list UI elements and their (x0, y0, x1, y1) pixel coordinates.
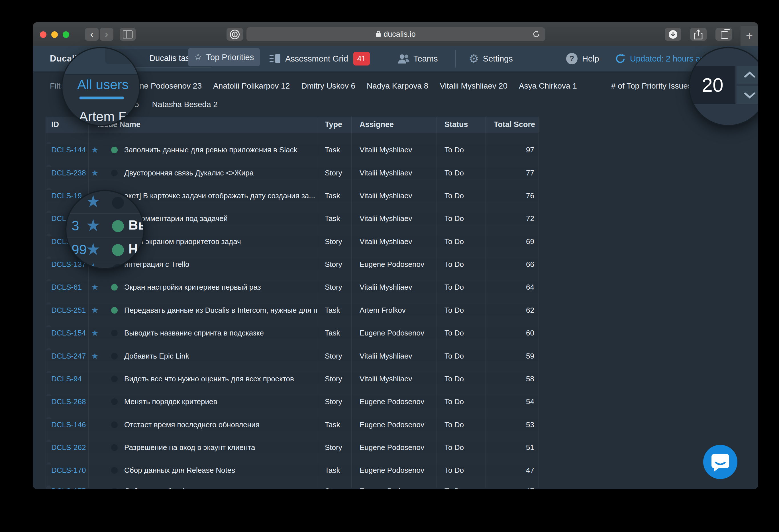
table-row[interactable]: DCLS-146Отстает время последнего обновле… (46, 419, 539, 430)
issue-name[interactable]: Передавать данные из Ducalis в Intercom,… (124, 306, 317, 315)
issue-total-score: 69 (490, 237, 534, 246)
help-button[interactable]: ? Help (566, 46, 599, 71)
issue-name[interactable]: Сбор данных для Release Notes (124, 466, 235, 475)
downloads-button[interactable] (665, 28, 681, 41)
password-extension-button[interactable] (227, 28, 243, 41)
issue-status: To Do (444, 397, 464, 406)
priority-star-icon[interactable]: ★ (91, 145, 99, 155)
issue-assignee: Eugene Podosenov (360, 260, 424, 269)
count-decrement-button[interactable] (736, 86, 758, 104)
issue-id-link[interactable]: DCLS-146 (51, 420, 86, 429)
issue-id-link[interactable]: DCLS-262 (51, 443, 86, 452)
issue-name[interactable]: Менять порядок критериев (124, 397, 217, 406)
user-filter-tab[interactable]: Vitalii Myshliaev 20 (440, 81, 507, 90)
issue-name[interactable]: Видеть все что нужно оценить для всех пр… (124, 375, 294, 383)
issue-id-link[interactable]: DCLS-251 (51, 306, 86, 315)
col-type[interactable]: Type (325, 120, 342, 129)
tab-settings[interactable]: ⚙ Settings (469, 46, 513, 71)
estimation-dot-icon (111, 147, 118, 153)
assessment-grid-icon (269, 53, 281, 64)
issue-name[interactable]: Добавить Epic Link (124, 352, 189, 360)
address-bar[interactable]: ducalis.io (246, 27, 545, 41)
reload-button[interactable] (532, 30, 541, 39)
user-filter-tab[interactable]: Natasha Beseda 2 (152, 100, 218, 109)
sidebar-toggle-button[interactable] (120, 28, 136, 41)
priority-star-icon[interactable]: ★ (91, 282, 99, 292)
download-icon (668, 29, 678, 39)
issue-name[interactable]: акет] В карточке задачи отображать дату … (124, 191, 315, 200)
table-row[interactable]: DCLS-175Добавление jira-фильтра по ссылк… (46, 485, 52, 489)
issue-name[interactable]: Выводить название спринта в подсказке (124, 329, 264, 337)
table-row[interactable]: DCLS-238★Двусторонняя связь Дукалис <>Жи… (46, 167, 539, 179)
top-priority-count-input[interactable]: 20 (690, 66, 735, 104)
issue-id-link[interactable]: DCLS-175 (51, 487, 86, 489)
issue-id-link[interactable]: DCLS-144 (51, 145, 86, 154)
issue-status: To Do (444, 443, 464, 452)
estimation-dot-icon (111, 398, 118, 405)
issue-id-link[interactable]: DCLS-61 (51, 283, 82, 292)
user-tabs-row1: All usersEugene Podosenov 23Anatolii Pol… (79, 81, 577, 90)
user-filter-tab[interactable]: Anatolii Polikarpov 12 (213, 81, 290, 90)
share-button[interactable] (690, 28, 707, 41)
issue-name[interactable]: Двусторонняя связь Дукалис <>Жира (124, 169, 254, 178)
priority-star-icon[interactable]: ★ (91, 305, 99, 315)
issue-name[interactable]: Разрешение на вход в экаунт клиента (124, 443, 255, 452)
assessment-grid-badge: 41 (353, 52, 370, 66)
new-tab-button[interactable]: + (740, 26, 758, 46)
issue-assignee: Vitalii Myshliaev (360, 352, 412, 360)
table-row[interactable]: DCLS-247★Добавить Epic LinkStoryVitalii … (46, 350, 539, 362)
estimation-dot-icon (111, 421, 118, 428)
chat-launcher-button[interactable] (703, 444, 738, 480)
issue-id-link[interactable]: DCLS-247 (51, 352, 86, 360)
issue-id-link[interactable]: DCLS-19 (51, 191, 82, 200)
col-assignee[interactable]: Assignee (360, 120, 394, 129)
issue-id-link[interactable]: DCLS-154 (51, 329, 86, 337)
count-increment-button[interactable] (736, 66, 758, 84)
issue-id-link[interactable]: DCLS-94 (51, 375, 82, 383)
priority-star-icon[interactable]: ★ (91, 351, 99, 361)
priority-star-icon[interactable]: ★ (91, 328, 99, 338)
minimize-window-button[interactable] (51, 31, 58, 38)
tab-teams[interactable]: Teams (398, 46, 438, 71)
close-window-button[interactable] (40, 31, 47, 38)
issue-name[interactable]: Добавление jira-фильтра по ссылке (124, 487, 247, 489)
nav-divider (455, 50, 456, 67)
table-row[interactable]: DCLS-154★Выводить название спринта в под… (46, 327, 539, 339)
table-row[interactable]: DCLS-94Видеть все что нужно оценить для … (46, 373, 539, 385)
issue-total-score: 54 (490, 397, 534, 406)
table-row[interactable]: DCLS-61★Экран настройки критериев первый… (46, 281, 539, 293)
tab-overview-button[interactable] (715, 28, 732, 41)
issue-id-link[interactable]: DCL (51, 214, 66, 223)
zoom-window-button[interactable] (63, 31, 69, 38)
issue-name[interactable]: Заполнить данные для ревью приложения в … (124, 145, 297, 154)
table-row[interactable]: DCLS-262Разрешение на вход в экаунт клие… (46, 442, 539, 453)
col-id[interactable]: ID (51, 120, 59, 129)
tab-top-priorities[interactable]: ☆ Top Priorities (188, 48, 260, 66)
issue-id-link[interactable]: DCLS-170 (51, 466, 86, 475)
forward-button[interactable]: › (100, 28, 113, 41)
back-button[interactable]: ‹ (85, 28, 99, 41)
tab-assessment-grid[interactable]: Assessment Grid 41 (269, 46, 370, 71)
table-row[interactable]: DCLS-170Сбор данных для Release NotesTas… (46, 465, 539, 476)
issue-id-link[interactable]: DCLS-238 (51, 169, 86, 178)
table-row[interactable]: DCLS-268Менять порядок критериевStoryEug… (46, 396, 539, 407)
issue-total-score: 72 (490, 214, 534, 223)
table-row[interactable]: DCLS-251★Передавать данные из Ducalis в … (46, 305, 539, 316)
issue-type: Story (325, 443, 342, 452)
issue-name[interactable]: Экран настройки критериев первый раз (124, 283, 261, 292)
estimation-dot-icon (111, 444, 118, 451)
issue-name[interactable]: Отстает время последнего обновления (124, 420, 259, 429)
user-filter-tab[interactable]: Asya Chirkova 1 (519, 81, 577, 90)
issue-id-link[interactable]: DCLS-268 (51, 397, 86, 406)
col-total-score[interactable]: Total Score (494, 120, 535, 129)
issue-status: To Do (444, 145, 464, 154)
col-status[interactable]: Status (444, 120, 468, 129)
user-filter-tab[interactable]: Dmitry Uskov 6 (301, 81, 355, 90)
help-label: Help (582, 54, 599, 64)
priority-star-icon[interactable]: ★ (91, 168, 99, 178)
table-row[interactable]: DCLS-144★Заполнить данные для ревью прил… (46, 144, 539, 155)
user-filter-tab[interactable]: Nadya Karpova 8 (367, 81, 428, 90)
lens-row-separator (66, 238, 143, 238)
issue-name[interactable]: интеграция с Trello (124, 260, 189, 269)
issue-id-link[interactable]: DCLS-137 (51, 260, 86, 269)
